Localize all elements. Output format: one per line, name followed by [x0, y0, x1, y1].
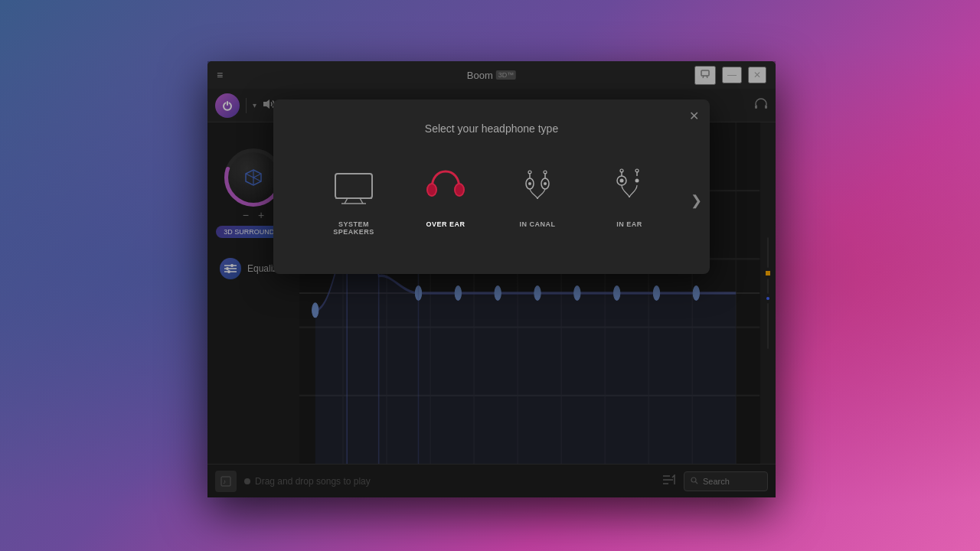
svg-point-59 — [456, 184, 463, 195]
svg-point-61 — [528, 182, 531, 185]
option-system-speakers[interactable]: SYSTEM SPEAKERS — [308, 158, 400, 243]
headphone-type-modal: ✕ Select your headphone type SYSTE — [273, 99, 710, 274]
svg-point-69 — [620, 179, 624, 183]
option-over-ear-label: OVER EAR — [426, 220, 465, 228]
system-speakers-icon — [331, 165, 377, 211]
headphone-options: SYSTEM SPEAKERS — [296, 158, 687, 243]
svg-line-54 — [360, 198, 363, 204]
option-in-ear[interactable]: IN EAR — [583, 158, 675, 236]
svg-line-53 — [345, 198, 348, 204]
app-window: ≡ Boom 3D™ — ✕ ▾ — [207, 61, 776, 497]
modal-overlay: ✕ Select your headphone type SYSTE — [207, 61, 776, 497]
option-in-canal-label: IN CANAL — [520, 220, 556, 228]
svg-point-65 — [544, 182, 547, 185]
modal-nav-arrow[interactable]: ❯ — [691, 192, 702, 209]
option-over-ear[interactable]: OVER EAR — [400, 158, 492, 236]
modal-close-button[interactable]: ✕ — [689, 109, 699, 123]
option-in-ear-label: IN EAR — [616, 220, 642, 228]
in-ear-icon — [606, 165, 652, 211]
option-in-canal[interactable]: IN CANAL — [492, 158, 583, 236]
svg-rect-51 — [335, 174, 372, 198]
svg-point-73 — [635, 179, 639, 183]
over-ear-icon — [423, 165, 469, 211]
modal-title: Select your headphone type — [296, 122, 687, 135]
svg-point-57 — [428, 184, 436, 195]
in-canal-icon — [514, 165, 560, 211]
option-system-speakers-label: SYSTEM SPEAKERS — [323, 220, 384, 236]
